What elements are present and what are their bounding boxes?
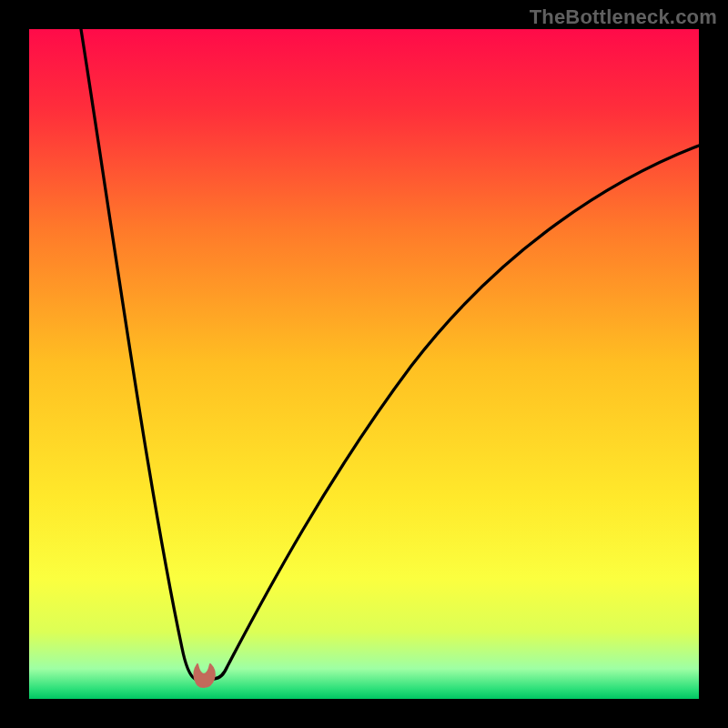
watermark-text: TheBottleneck.com xyxy=(530,5,717,29)
plot-area xyxy=(29,29,699,699)
curve-right-branch xyxy=(214,146,699,679)
frame: TheBottleneck.com xyxy=(0,0,728,728)
curve-left-branch xyxy=(81,29,195,679)
curve-dip-marker xyxy=(194,664,215,687)
bottleneck-curve xyxy=(29,29,699,699)
